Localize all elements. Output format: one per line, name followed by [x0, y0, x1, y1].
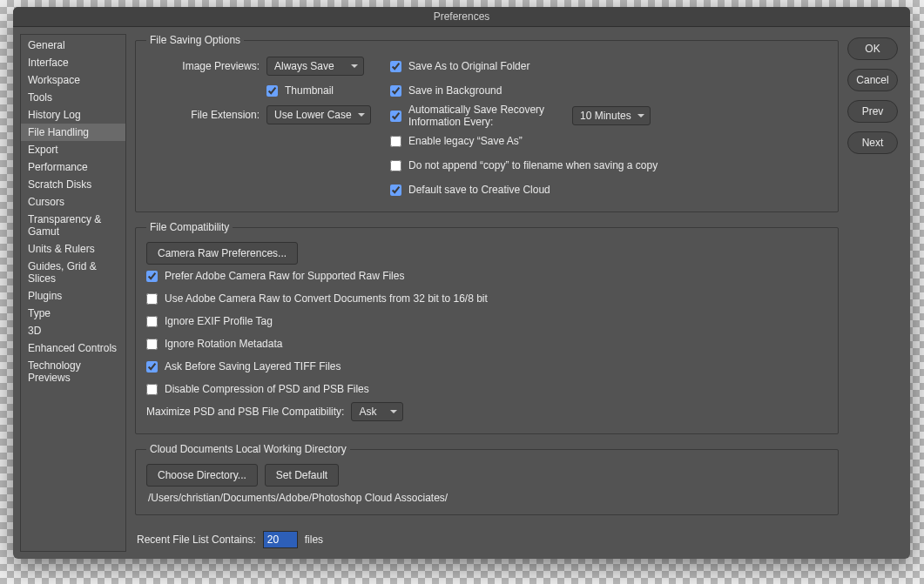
image-previews-label: Image Previews:: [146, 60, 260, 72]
prefer-acr-label[interactable]: Prefer Adobe Camera Raw for Supported Ra…: [165, 270, 404, 282]
cloud-directory-path: /Users/christian/Documents/Adobe/Photosh…: [146, 487, 827, 504]
image-previews-select[interactable]: Always Save: [266, 57, 364, 76]
sidebar-item-type[interactable]: Type: [21, 305, 125, 322]
auto-save-recovery-checkbox[interactable]: [390, 111, 401, 122]
file-saving-options-group: File Saving Options Image Previews: Alwa…: [135, 34, 839, 212]
enable-legacy-save-as-checkbox[interactable]: [390, 136, 401, 147]
ignore-exif-checkbox[interactable]: [146, 316, 158, 327]
camera-raw-preferences-button[interactable]: Camera Raw Preferences...: [146, 242, 298, 265]
sidebar-item-history-log[interactable]: History Log: [21, 106, 125, 124]
sidebar-item-3d[interactable]: 3D: [21, 322, 125, 339]
category-sidebar: GeneralInterfaceWorkspaceToolsHistory Lo…: [20, 34, 126, 552]
sidebar-item-technology-previews[interactable]: Technology Previews: [21, 357, 125, 386]
window-title: Preferences: [434, 10, 490, 23]
default-save-cc-label[interactable]: Default save to Creative Cloud: [408, 184, 550, 196]
sidebar-item-export[interactable]: Export: [21, 141, 125, 158]
recent-files-label: Recent File List Contains:: [137, 534, 256, 546]
file-compatibility-group: File Compatibility Camera Raw Preference…: [135, 221, 839, 434]
default-save-cc-checkbox[interactable]: [390, 185, 401, 196]
save-original-folder-checkbox[interactable]: [390, 61, 401, 72]
use-acr-convert-checkbox[interactable]: [146, 293, 158, 305]
sidebar-item-enhanced-controls[interactable]: Enhanced Controls: [21, 339, 125, 357]
sidebar-item-interface[interactable]: Interface: [21, 54, 125, 71]
sidebar-item-plugins[interactable]: Plugins: [21, 287, 125, 305]
cloud-documents-group: Cloud Documents Local Working Directory …: [135, 443, 839, 515]
recent-files-input[interactable]: [263, 531, 298, 548]
save-in-background-checkbox[interactable]: [390, 85, 401, 97]
ignore-exif-label[interactable]: Ignore EXIF Profile Tag: [165, 315, 273, 327]
ask-tiff-label[interactable]: Ask Before Saving Layered TIFF Files: [165, 360, 341, 373]
file-compatibility-legend: File Compatibility: [146, 221, 233, 233]
thumbnail-checkbox[interactable]: [266, 85, 278, 97]
no-append-copy-label[interactable]: Do not append “copy” to filename when sa…: [408, 159, 658, 171]
sidebar-item-transparency-gamut[interactable]: Transparency & Gamut: [21, 211, 125, 240]
recent-files-suffix: files: [305, 534, 323, 546]
use-acr-convert-label[interactable]: Use Adobe Camera Raw to Convert Document…: [165, 292, 488, 305]
sidebar-item-workspace[interactable]: Workspace: [21, 71, 125, 89]
file-saving-options-legend: File Saving Options: [146, 34, 244, 46]
next-button[interactable]: Next: [847, 131, 898, 154]
file-extension-select[interactable]: Use Lower Case: [266, 105, 371, 124]
disable-compression-checkbox[interactable]: [146, 384, 158, 395]
file-extension-label: File Extension:: [146, 109, 260, 121]
sidebar-item-cursors[interactable]: Cursors: [21, 193, 125, 211]
sidebar-item-units-rulers[interactable]: Units & Rulers: [21, 240, 125, 258]
thumbnail-label[interactable]: Thumbnail: [285, 84, 334, 97]
preferences-window: Preferences GeneralInterfaceWorkspaceToo…: [13, 7, 910, 559]
no-append-copy-checkbox[interactable]: [390, 160, 401, 171]
prefer-acr-checkbox[interactable]: [146, 271, 158, 282]
disable-compression-label[interactable]: Disable Compression of PSD and PSB Files: [165, 383, 369, 395]
sidebar-item-guides-grid-slices[interactable]: Guides, Grid & Slices: [21, 258, 125, 287]
max-compat-select[interactable]: Ask: [351, 402, 403, 421]
enable-legacy-save-as-label[interactable]: Enable legacy “Save As”: [408, 135, 523, 147]
titlebar: Preferences: [13, 7, 910, 27]
auto-save-interval-select[interactable]: 10 Minutes: [572, 106, 651, 125]
set-default-button[interactable]: Set Default: [265, 464, 339, 487]
cloud-documents-legend: Cloud Documents Local Working Directory: [146, 443, 350, 455]
cancel-button[interactable]: Cancel: [847, 69, 898, 91]
ok-button[interactable]: OK: [847, 37, 898, 60]
sidebar-item-performance[interactable]: Performance: [21, 158, 125, 176]
sidebar-item-tools[interactable]: Tools: [21, 89, 125, 106]
sidebar-item-general[interactable]: General: [21, 37, 125, 54]
choose-directory-button[interactable]: Choose Directory...: [146, 464, 258, 487]
max-compat-label: Maximize PSD and PSB File Compatibility:: [146, 406, 344, 418]
sidebar-item-file-handling[interactable]: File Handling: [21, 124, 125, 141]
save-original-folder-label[interactable]: Save As to Original Folder: [408, 60, 529, 72]
prev-button[interactable]: Prev: [847, 100, 898, 123]
ask-tiff-checkbox[interactable]: [146, 361, 158, 373]
ignore-rotation-checkbox[interactable]: [146, 339, 158, 350]
sidebar-item-scratch-disks[interactable]: Scratch Disks: [21, 176, 125, 193]
save-in-background-label[interactable]: Save in Background: [408, 84, 502, 97]
ignore-rotation-label[interactable]: Ignore Rotation Metadata: [165, 338, 282, 350]
auto-save-recovery-label[interactable]: Automatically Save Recovery Information …: [408, 104, 565, 128]
